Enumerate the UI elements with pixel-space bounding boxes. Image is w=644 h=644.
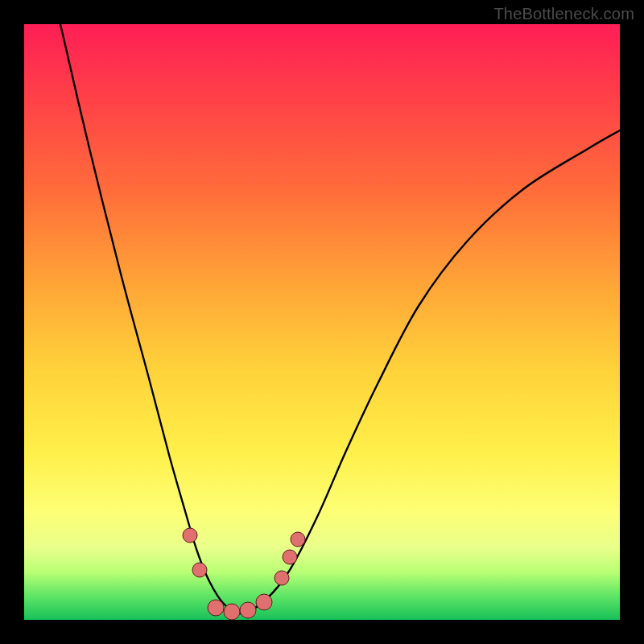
markers-layer [183, 528, 305, 620]
marker-right-2 [283, 550, 297, 564]
chart-frame: TheBottleneck.com [0, 0, 644, 644]
chart-svg [24, 24, 620, 620]
curve-layer [60, 24, 620, 613]
marker-right-1 [275, 571, 289, 585]
marker-left-2 [192, 563, 207, 577]
marker-bottom-1 [208, 600, 224, 616]
marker-bottom-3 [240, 602, 256, 618]
watermark: TheBottleneck.com [493, 5, 634, 23]
marker-bottom-4 [256, 594, 272, 610]
marker-left-1 [183, 528, 197, 543]
marker-right-3 [291, 532, 305, 547]
bottleneck-curve [60, 24, 620, 613]
marker-bottom-2 [224, 604, 240, 620]
